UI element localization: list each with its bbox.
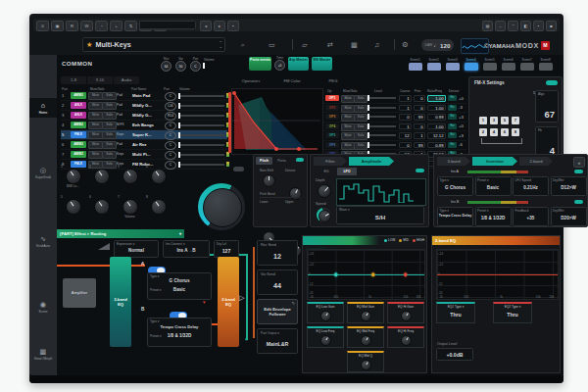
ins-b-feedback[interactable]: Feedback+35: [513, 207, 549, 226]
eq3-mid-dot[interactable]: [371, 272, 375, 276]
assign-knob[interactable]: [122, 199, 138, 215]
op-solo-button[interactable]: Solo: [354, 105, 368, 113]
preset-field[interactable]: [139, 21, 196, 29]
part-pan-knob[interactable]: R14: [165, 112, 176, 121]
scene-button[interactable]: Scene5: [480, 58, 499, 71]
op-solo-button[interactable]: Solo: [354, 114, 368, 122]
part-solo-button[interactable]: Solo: [102, 102, 117, 110]
part-mute-button[interactable]: Mute: [88, 112, 103, 120]
eq3-knob-cell[interactable]: EQ Mid Q: [347, 351, 384, 372]
sidebar-item[interactable]: ◉ Scene: [29, 300, 57, 314]
part-pan-knob[interactable]: C: [165, 92, 176, 101]
part-volume-slider[interactable]: [179, 124, 224, 126]
ins-b-type[interactable]: Type ▾Tempo Cross Delay: [437, 207, 473, 226]
assign-knob[interactable]: [94, 169, 110, 184]
op-level-slider[interactable]: [368, 116, 396, 118]
fmx-toggle[interactable]: [546, 80, 558, 85]
routing-bar[interactable]: [PART] Effect > Routing▾: [57, 229, 184, 238]
eq3-knob-cell[interactable]: EQ Mid Gain: [347, 302, 384, 323]
sidebar-item[interactable]: ∿ KnobAuto: [29, 234, 57, 248]
window-chrome-icon[interactable]: ◧: [520, 21, 531, 31]
assign-knob-cell[interactable]: 5: [59, 195, 87, 225]
op-coarse[interactable]: 12: [399, 132, 412, 139]
scene-button[interactable]: Scene4: [462, 58, 480, 71]
eq3-knob-cell[interactable]: EQ Low Gain: [307, 302, 344, 323]
operator-chip[interactable]: OP4: [325, 123, 339, 129]
part-volume-slider[interactable]: [179, 164, 224, 166]
assign-knob[interactable]: [94, 199, 110, 215]
tab-2band[interactable]: 2-band: [519, 157, 553, 166]
fx-b-box[interactable]: Type ▾ Tempo Cross Delay Preset ▾ 1/8 & …: [147, 318, 212, 347]
amplifier-block[interactable]: Amplifier: [63, 278, 96, 308]
part-volume-slider[interactable]: [179, 134, 224, 136]
envelope-follower-button[interactable]: ✎ Edit Envelope Follower: [257, 299, 298, 324]
part-bank-tab[interactable]: 9-16: [87, 76, 113, 84]
part-mute-button[interactable]: Mute: [88, 131, 103, 139]
operator-tab[interactable]: FM Color: [272, 76, 312, 85]
operator-tab[interactable]: Operators: [231, 76, 270, 85]
rev-send-box[interactable]: Rev Send 12: [257, 240, 298, 266]
part-pan-knob[interactable]: C: [165, 131, 176, 140]
search-icon[interactable]: ⌕: [241, 40, 245, 49]
common-knob[interactable]: Rev 64: [161, 57, 172, 72]
collapse-button[interactable]: «: [573, 157, 585, 168]
op-fine[interactable]: 0: [414, 123, 425, 130]
op-ratio[interactable]: 1.00: [427, 123, 446, 130]
eq3-knob[interactable]: [320, 335, 331, 346]
output-level-value[interactable]: +0.0dB: [436, 348, 473, 361]
eq3-graph[interactable]: +24+120-12-24 201001k10k20k: [307, 249, 425, 300]
operator-row[interactable]: OP6 Mute Solo 0 99 0.99 Rat -6: [323, 141, 466, 151]
lfo-subtab[interactable]: LFO: [337, 168, 357, 175]
op-mute-button[interactable]: Mute: [341, 105, 355, 113]
assign-knob[interactable]: [66, 169, 81, 184]
assign-knob-cell[interactable]: 4: [144, 165, 172, 195]
folder-icon[interactable]: ▱: [302, 40, 308, 49]
porta-time-knob[interactable]: Time +0: [274, 56, 285, 71]
operator-envelope-display[interactable]: [231, 88, 323, 155]
part-solo-button[interactable]: Solo: [102, 131, 117, 139]
toolbar-button[interactable]: ⇅: [124, 21, 137, 31]
assign-knob-cell[interactable]: 1 MW Le...: [59, 165, 87, 195]
part-bank-tab[interactable]: 1-8: [61, 76, 86, 84]
pitch-toggle[interactable]: [296, 158, 304, 162]
eq3-knob-cell[interactable]: EQ Low Freq: [307, 326, 344, 348]
part-row[interactable]: 3 AN-X Mute Solo Pad Mildly G... R14: [61, 111, 227, 121]
toolbar-button[interactable]: ▣: [51, 21, 64, 31]
part-mute-button[interactable]: Mute: [88, 102, 103, 110]
lfo-wave-select[interactable]: Wave ▾ S/H: [336, 206, 424, 224]
part-row[interactable]: 6 AWM2 Mute Solo Pad Air Rez C: [61, 140, 227, 150]
sidebar-item[interactable]: ⌂ Home: [29, 98, 57, 118]
part-volume-slider[interactable]: [179, 105, 224, 107]
part-bank-tab[interactable]: Audio: [114, 76, 139, 84]
eq3-knob-cell[interactable]: EQ Mid Freq: [347, 326, 384, 348]
eq3-low-dot[interactable]: [334, 272, 338, 276]
assign-knob-cell[interactable]: 8: [144, 195, 172, 225]
var-send-box[interactable]: Var Send 44: [257, 270, 298, 295]
part-row[interactable]: 2 AN-X Mute Solo Pad Mildly G... L16: [61, 101, 227, 111]
op-ratio[interactable]: 0.99: [427, 142, 446, 149]
part-solo-button[interactable]: Solo: [102, 122, 117, 129]
op-solo-button[interactable]: Solo: [354, 123, 368, 131]
assign-knob-cell[interactable]: 3: [116, 165, 144, 195]
part-solo-button[interactable]: Solo: [102, 141, 117, 149]
tab-3band[interactable]: 3-band: [437, 157, 470, 166]
patch-stepper[interactable]: ⌃⌄: [219, 41, 222, 49]
op-level-slider[interactable]: [368, 107, 396, 109]
part-pan-knob[interactable]: C: [165, 141, 176, 150]
op-coarse[interactable]: 1: [399, 123, 412, 130]
op-ratio[interactable]: 0.99: [427, 114, 446, 121]
part-row[interactable]: 4 AWM2 Mute Solo M.FX Enh Bangs C: [61, 121, 227, 130]
ins-a-edit-toggle[interactable]: [574, 170, 583, 173]
toolbar-button[interactable]: W: [80, 21, 93, 31]
eq3-knob-cell[interactable]: EQ Hi Gain: [387, 302, 424, 323]
window-chrome-icon[interactable]: ▪: [533, 21, 544, 31]
eq3-hi-dot[interactable]: [404, 272, 408, 276]
op-coarse[interactable]: 0: [399, 114, 412, 121]
window-chrome-icon[interactable]: –: [495, 21, 506, 31]
toolbar-button[interactable]: R: [66, 21, 78, 31]
pitch-tab[interactable]: Pitch: [256, 157, 272, 165]
scene-button[interactable]: Scene1: [406, 58, 424, 71]
expression-select[interactable]: Expression ▾ Normal: [114, 240, 159, 258]
eq3-knob[interactable]: [361, 335, 371, 346]
part-mute-button[interactable]: Mute: [88, 151, 103, 159]
